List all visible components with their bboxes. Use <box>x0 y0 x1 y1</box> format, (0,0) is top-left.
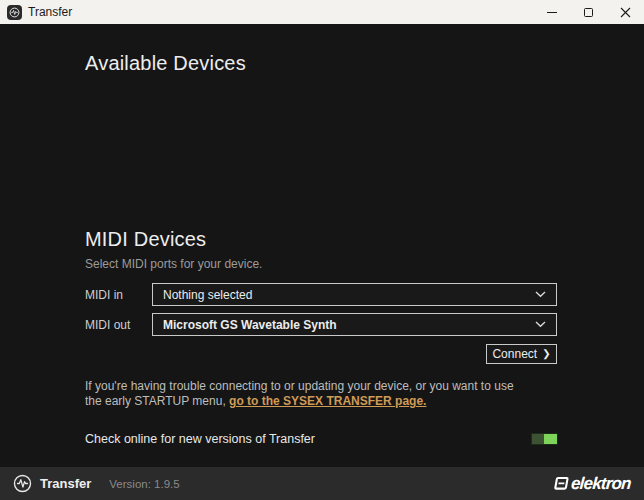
window-controls <box>533 0 644 24</box>
elektron-logo: elektron <box>553 474 631 494</box>
chevron-right-icon: ❯ <box>542 349 550 359</box>
page-title: Available Devices <box>85 52 246 75</box>
midi-devices-heading: MIDI Devices <box>85 228 206 251</box>
midi-out-label: MIDI out <box>85 318 152 332</box>
main-content: Available Devices MIDI Devices Select MI… <box>0 24 644 467</box>
midi-out-select[interactable]: Microsoft GS Wavetable Synth <box>152 313 557 336</box>
window-title: Transfer <box>28 5 72 19</box>
update-check-row: Check online for new versions of Transfe… <box>85 432 558 446</box>
midi-in-row: MIDI in Nothing selected <box>85 283 557 306</box>
waveform-icon <box>9 7 20 18</box>
midi-in-label: MIDI in <box>85 288 152 302</box>
footer: Transfer Version: 1.9.5 elektron <box>0 467 644 500</box>
maximize-icon <box>584 8 593 17</box>
midi-devices-subtitle: Select MIDI ports for your device. <box>85 257 262 271</box>
minimize-icon <box>547 12 557 13</box>
update-check-label: Check online for new versions of Transfe… <box>85 432 315 446</box>
midi-in-value: Nothing selected <box>163 288 252 302</box>
titlebar: Transfer <box>0 0 644 24</box>
minimize-button[interactable] <box>533 0 570 24</box>
help-text-line2: the early STARTUP menu, <box>85 394 229 408</box>
help-text-line1: If you're having trouble connecting to o… <box>85 379 514 393</box>
update-check-toggle[interactable] <box>531 433 558 445</box>
maximize-button[interactable] <box>570 0 607 24</box>
app-icon <box>7 5 22 20</box>
midi-in-select[interactable]: Nothing selected <box>152 283 557 306</box>
sysex-transfer-link[interactable]: go to the SYSEX TRANSFER page. <box>229 394 426 408</box>
midi-out-value: Microsoft GS Wavetable Synth <box>163 318 337 332</box>
close-button[interactable] <box>607 0 644 24</box>
footer-app-name: Transfer <box>40 476 91 491</box>
help-text: If you're having trouble connecting to o… <box>85 379 521 409</box>
elektron-logomark <box>553 476 569 491</box>
footer-version: Version: 1.9.5 <box>109 478 179 490</box>
toggle-knob <box>544 434 557 444</box>
connect-button[interactable]: Connect ❯ <box>486 344 557 364</box>
close-icon <box>620 7 631 18</box>
transfer-window: Transfer Available Devices MIDI Devices … <box>0 0 644 500</box>
connect-button-label: Connect <box>492 347 537 361</box>
waveform-icon <box>13 474 32 493</box>
chevron-down-icon <box>535 321 546 328</box>
chevron-down-icon <box>535 291 546 298</box>
elektron-wordmark: elektron <box>571 474 632 494</box>
midi-out-row: MIDI out Microsoft GS Wavetable Synth <box>85 313 557 336</box>
